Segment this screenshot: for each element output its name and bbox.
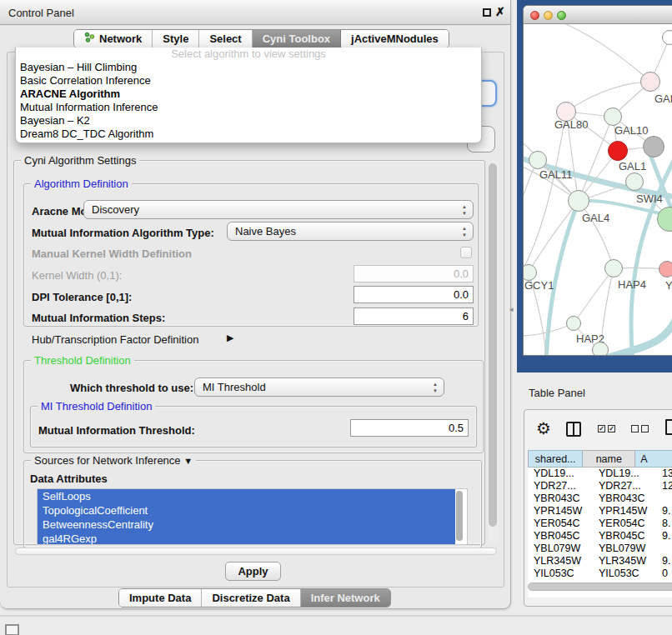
algorithm-option[interactable]: Bayesian – Hill Climbing: [16, 61, 481, 74]
algorithm-option[interactable]: Bayesian – K2: [16, 114, 481, 128]
tab-style[interactable]: Style: [153, 30, 199, 48]
kernel-width-field[interactable]: 0.0: [354, 265, 474, 282]
table-cell[interactable]: YDL19...: [594, 468, 658, 480]
window-close-icon[interactable]: [530, 11, 539, 20]
mi-steps-field[interactable]: 6: [354, 308, 474, 325]
table-cell[interactable]: [658, 492, 672, 505]
network-node-gal10[interactable]: [604, 108, 622, 126]
minimized-panel-icon[interactable]: [5, 624, 19, 635]
tab-cyni-toolbox[interactable]: Cyni Toolbox: [253, 30, 341, 48]
table-cell[interactable]: YBR045C: [528, 530, 594, 542]
network-node-gal[interactable]: [640, 72, 660, 92]
table-cell[interactable]: YLR345W: [528, 555, 594, 568]
table-row[interactable]: YDR27...YDR27...12: [528, 480, 672, 492]
aracne-mode-select[interactable]: Discovery ▲▼: [83, 200, 474, 219]
tab-jactivemnodules[interactable]: jActiveMNodules: [341, 30, 449, 48]
network-canvas[interactable]: GALGAL80GAL10GAL1GAL11SWI4GAL4GCY1HAP4YH…: [524, 24, 672, 356]
network-node-swi4[interactable]: [625, 172, 644, 191]
table-cell[interactable]: [658, 542, 672, 555]
mi-threshold-field[interactable]: 0.5: [350, 419, 469, 437]
column-header-partial[interactable]: A: [635, 450, 672, 468]
network-node[interactable]: [662, 30, 672, 45]
table-cell[interactable]: YPR145W: [594, 505, 658, 518]
network-node-hap4[interactable]: [604, 259, 623, 278]
table-cell[interactable]: 9.: [658, 530, 672, 542]
network-node-gal1[interactable]: [608, 141, 628, 161]
hub-tf-definition-toggle[interactable]: Hub/Transcription Factor Definition: [32, 333, 198, 346]
network-node-y[interactable]: [659, 261, 672, 278]
table-cell[interactable]: 9.: [658, 505, 672, 518]
export-table-icon[interactable]: [665, 419, 672, 435]
select-all-checkboxes-icon[interactable]: ✓✓: [598, 425, 615, 432]
algorithm-option[interactable]: Basic Correlation Inference: [16, 74, 481, 88]
expand-arrow-icon[interactable]: ▶: [227, 332, 233, 343]
network-node-gal4[interactable]: [568, 190, 589, 212]
table-cell[interactable]: YBR045C: [594, 530, 658, 542]
table-cell[interactable]: YER054C: [528, 518, 594, 530]
algorithm-option[interactable]: Mutual Information Inference: [16, 101, 481, 114]
table-cell[interactable]: 8.: [658, 518, 672, 530]
table-cell[interactable]: YIL053C: [594, 568, 658, 580]
split-view-icon[interactable]: [566, 422, 581, 437]
table-cell[interactable]: YLR345W: [594, 555, 658, 568]
tab-discretize-data[interactable]: Discretize Data: [202, 589, 300, 607]
data-attributes-list[interactable]: SelfLoopsTopologicalCoefficientBetweenne…: [37, 488, 468, 545]
tab-infer-network[interactable]: Infer Network: [301, 589, 390, 607]
window-minimize-icon[interactable]: [544, 11, 553, 20]
network-window-titlebar[interactable]: [524, 6, 672, 24]
tab-impute-data[interactable]: Impute Data: [119, 589, 202, 607]
data-attribute-item[interactable]: BetweennessCentrality: [38, 518, 455, 532]
tab-network[interactable]: Network: [74, 30, 153, 48]
table-cell[interactable]: YDL19...: [528, 468, 594, 480]
tab-select[interactable]: Select: [199, 30, 252, 48]
apply-button[interactable]: Apply: [225, 562, 281, 581]
table-row[interactable]: YLR345WYLR345W9.: [528, 555, 672, 568]
network-node-hap2[interactable]: [566, 316, 581, 331]
table-row[interactable]: YBR045CYBR045C9.: [528, 530, 672, 542]
table-cell[interactable]: YDR27...: [594, 480, 658, 492]
deselect-all-checkboxes-icon[interactable]: [631, 425, 649, 432]
network-node[interactable]: [643, 136, 664, 158]
manual-kernel-checkbox[interactable]: [460, 247, 472, 258]
table-cell[interactable]: YBR043C: [528, 492, 594, 505]
panel-resize-grip-icon[interactable]: ◂: [509, 305, 514, 313]
collapse-arrow-icon[interactable]: ▼: [183, 456, 193, 466]
data-attribute-item[interactable]: gal4RGexp: [38, 532, 455, 545]
table-cell[interactable]: YIL053C: [528, 568, 594, 580]
table-row[interactable]: YPR145WYPR145W9.: [528, 505, 672, 518]
horizontal-scrollbar[interactable]: [15, 548, 497, 555]
data-attribute-item[interactable]: SelfLoops: [38, 489, 455, 503]
data-attribute-item[interactable]: TopologicalCoefficient: [38, 503, 455, 518]
table-row[interactable]: YER054CYER054C8.: [528, 518, 672, 530]
table-row[interactable]: YDL19...YDL19...13: [528, 468, 672, 480]
table-cell[interactable]: YBR043C: [594, 492, 658, 505]
window-zoom-icon[interactable]: [557, 11, 566, 20]
table-row[interactable]: YBL079WYBL079W: [528, 542, 672, 555]
table-cell[interactable]: 9.: [658, 555, 672, 568]
network-node-gal11[interactable]: [529, 151, 547, 169]
table-cell[interactable]: YPR145W: [528, 505, 594, 518]
table-cell[interactable]: 0: [658, 568, 672, 580]
settings-gear-icon[interactable]: ⚙: [536, 418, 551, 438]
close-icon[interactable]: ✗: [495, 5, 505, 18]
which-threshold-select[interactable]: MI Threshold ▲▼: [194, 378, 444, 397]
float-window-icon[interactable]: [483, 8, 491, 17]
table-horizontal-scrollbar[interactable]: [528, 582, 672, 591]
column-header-name[interactable]: name: [583, 450, 635, 468]
settings-scrollbar-thumb[interactable]: [489, 163, 497, 527]
algorithm-option[interactable]: ARACNE Algorithm: [16, 88, 481, 101]
table-row[interactable]: YBR043CYBR043C: [528, 492, 672, 505]
column-header-shared-name[interactable]: shared...: [528, 450, 583, 468]
table-cell[interactable]: YBL079W: [594, 542, 658, 555]
network-node[interactable]: [592, 342, 609, 356]
table-cell[interactable]: 13: [658, 468, 672, 480]
dpi-tolerance-field[interactable]: 0.0: [354, 286, 474, 303]
table-cell[interactable]: YBL079W: [528, 542, 594, 555]
table-row[interactable]: YIL053CYIL053C0: [528, 568, 672, 580]
attributes-scrollbar-thumb[interactable]: [456, 491, 463, 541]
table-cell[interactable]: YDR27...: [528, 480, 594, 492]
table-cell[interactable]: YER054C: [594, 518, 658, 530]
mi-type-select[interactable]: Naive Bayes ▲▼: [227, 222, 474, 241]
algorithm-option[interactable]: Dream8 DC_TDC Algorithm: [16, 128, 481, 141]
network-window[interactable]: GALGAL80GAL10GAL1GAL11SWI4GAL4GCY1HAP4YH…: [523, 5, 672, 356]
